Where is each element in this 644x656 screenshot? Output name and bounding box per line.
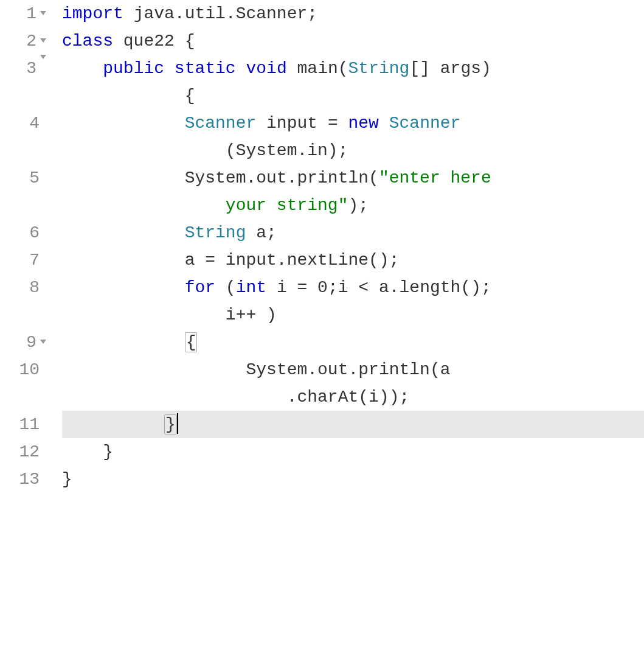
code-token: }	[62, 470, 72, 489]
line-number: 13	[0, 466, 50, 493]
code-token: a;	[246, 223, 276, 242]
code-token	[62, 59, 103, 78]
code-line[interactable]: System.out.println(a .charAt(i));	[62, 356, 644, 411]
line-number: 3	[0, 55, 50, 110]
code-token: for	[185, 278, 215, 297]
code-token: que22 {	[113, 32, 195, 51]
code-area[interactable]: import java.util.Scanner;class que22 { p…	[55, 0, 644, 493]
line-number: 8	[0, 274, 50, 329]
code-line[interactable]: }	[62, 438, 644, 466]
code-token: (	[215, 278, 236, 297]
line-number-text: 4	[29, 110, 40, 137]
line-number-text: 6	[29, 219, 40, 246]
line-number: 1	[0, 0, 50, 27]
code-token	[62, 333, 185, 352]
line-number-text: 13	[19, 466, 40, 493]
line-number: 5	[0, 164, 50, 219]
code-line[interactable]: a = input.nextLine();	[62, 246, 644, 274]
code-token	[236, 59, 246, 78]
code-token: static	[175, 59, 236, 78]
code-line[interactable]: String a;	[62, 219, 644, 246]
line-number-gutter: 12345678910111213	[0, 0, 55, 493]
line-number: 4	[0, 110, 50, 164]
code-token	[379, 114, 389, 133]
code-token: public	[103, 59, 164, 78]
line-number: 6	[0, 219, 50, 246]
code-token: java.util.Scanner;	[123, 4, 317, 23]
fold-marker-icon[interactable]	[40, 55, 46, 59]
code-token: import	[62, 4, 123, 23]
code-line[interactable]: }	[62, 466, 644, 493]
code-token: );	[348, 196, 369, 215]
code-line[interactable]: for (int i = 0;i < a.length(); i++ )	[62, 274, 644, 329]
code-token: }	[164, 414, 177, 434]
code-line[interactable]: Scanner input = new Scanner (System.in);	[62, 110, 644, 164]
code-token	[62, 278, 185, 297]
code-line[interactable]: System.out.println("enter here your stri…	[62, 164, 644, 219]
code-token: }	[62, 442, 113, 461]
code-token: {	[185, 332, 198, 352]
code-token: new	[348, 114, 379, 133]
code-line[interactable]: import java.util.Scanner;	[62, 0, 644, 27]
code-token: Scanner	[185, 114, 257, 133]
fold-marker-icon[interactable]	[40, 340, 46, 344]
code-token: System.out.println(	[62, 169, 379, 187]
code-token	[62, 114, 185, 133]
code-line[interactable]: class que22 {	[62, 27, 644, 55]
fold-marker-icon[interactable]	[40, 11, 46, 15]
line-number-text: 5	[29, 164, 40, 192]
line-number-text: 8	[29, 274, 40, 301]
line-number: 11	[0, 411, 50, 438]
line-number: 7	[0, 246, 50, 274]
line-number: 12	[0, 438, 50, 466]
code-editor[interactable]: 12345678910111213 import java.util.Scann…	[0, 0, 644, 493]
code-token: String	[348, 59, 410, 78]
line-number-text: 1	[26, 0, 36, 27]
code-token: Scanner	[389, 114, 461, 133]
code-line[interactable]: }	[62, 411, 644, 438]
line-number-text: 11	[19, 411, 40, 438]
code-token	[62, 415, 164, 434]
code-token: input =	[256, 114, 348, 133]
line-number-text: 7	[29, 246, 40, 274]
code-token: a = input.nextLine();	[62, 251, 400, 270]
code-token	[164, 59, 175, 78]
code-token	[62, 223, 185, 242]
code-token: String	[185, 223, 246, 242]
fold-marker-icon[interactable]	[40, 38, 46, 43]
line-number-text: 3	[26, 55, 36, 82]
code-token: void	[246, 59, 287, 78]
code-token: (System.in);	[62, 141, 348, 160]
code-token: main(	[287, 59, 348, 78]
code-token: class	[62, 32, 113, 51]
line-number-text: 12	[19, 438, 40, 466]
code-token: System.out.println(a .charAt(i));	[62, 360, 451, 407]
line-number-text: 2	[26, 27, 36, 55]
line-number: 2	[0, 27, 50, 55]
text-cursor	[177, 413, 178, 434]
line-number-text: 9	[26, 329, 36, 356]
code-token: int	[236, 278, 266, 297]
code-line[interactable]: public static void main(String[] args) {	[62, 55, 644, 110]
line-number: 9	[0, 329, 50, 356]
code-line[interactable]: {	[62, 329, 644, 356]
line-number-text: 10	[19, 356, 40, 383]
line-number: 10	[0, 356, 50, 411]
